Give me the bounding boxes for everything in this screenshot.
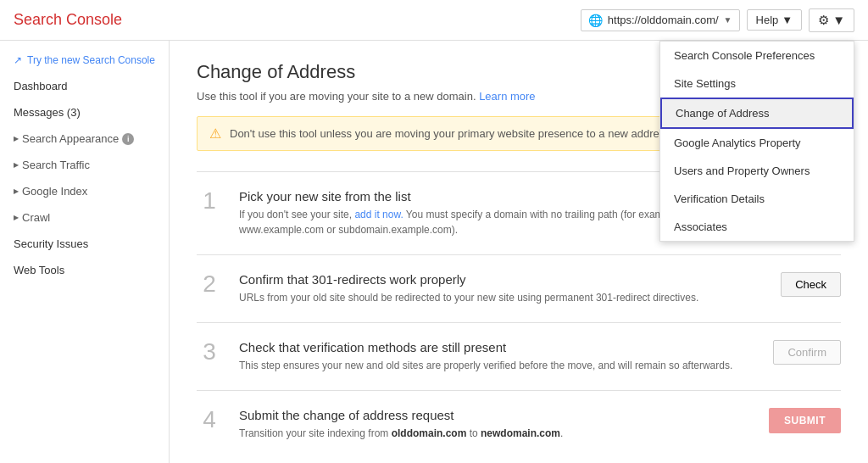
gear-dropdown: Search Console Preferences Site Settings… — [659, 41, 854, 242]
step-2-number: 2 — [197, 272, 222, 296]
arrow-icon: ▶ — [14, 187, 19, 195]
learn-more-link[interactable]: Learn more — [479, 90, 535, 103]
step-4-desc: Transition your site indexing from olddo… — [239, 426, 752, 441]
dropdown-item-users[interactable]: Users and Property Owners — [660, 157, 854, 185]
arrow-icon: ▶ — [14, 135, 19, 142]
url-text: https://olddomain.com/ — [608, 14, 719, 26]
info-icon: i — [122, 133, 134, 145]
sidebar-item-web-tools[interactable]: Web Tools — [0, 257, 169, 283]
sidebar-item-dashboard[interactable]: Dashboard — [0, 73, 169, 99]
warning-text: Don't use this tool unless you are movin… — [230, 127, 673, 140]
messages-label: Messages (3) — [14, 106, 81, 119]
url-caret-icon: ▼ — [724, 15, 732, 25]
sidebar-item-security-issues[interactable]: Security Issues — [0, 231, 169, 257]
crawl-label: Crawl — [22, 211, 50, 224]
step-1-title: Pick your new site from the list — [239, 189, 689, 204]
search-appearance-label: Search Appearance — [22, 132, 119, 145]
step-3-content: Check that verification methods are stil… — [239, 340, 756, 373]
new-domain-text: newdomain.com — [481, 427, 560, 439]
confirm-button[interactable]: Confirm — [773, 340, 841, 365]
step-3: 3 Check that verification methods are st… — [197, 322, 841, 390]
step-3-action: Confirm — [773, 340, 841, 365]
url-selector[interactable]: 🌐 https://olddomain.com/ ▼ — [581, 9, 740, 31]
gear-icon: ⚙ — [818, 13, 829, 28]
step-4: 4 Submit the change of address request T… — [197, 390, 841, 458]
old-domain-text: olddomain.com — [392, 427, 467, 439]
warning-icon: ⚠ — [209, 126, 221, 142]
description-text: Use this tool if you are moving your sit… — [197, 90, 476, 103]
app-title: Search Console — [14, 11, 122, 29]
sidebar: ↗ Try the new Search Console Dashboard M… — [0, 41, 170, 463]
google-index-label: Google Index — [22, 185, 87, 198]
step-2: 2 Confirm that 301-redirects work proper… — [197, 254, 841, 322]
search-traffic-label: Search Traffic — [22, 159, 90, 171]
gear-caret-icon: ▼ — [832, 13, 845, 27]
submit-button[interactable]: SUBMIT — [769, 408, 841, 433]
dashboard-label: Dashboard — [14, 80, 68, 92]
dropdown-item-associates[interactable]: Associates — [660, 213, 854, 241]
step-4-content: Submit the change of address request Tra… — [239, 408, 752, 441]
sidebar-item-try-new[interactable]: ↗ Try the new Search Console — [0, 47, 169, 73]
step-3-number: 3 — [197, 340, 222, 364]
step-1-number: 1 — [197, 189, 222, 213]
step-4-title: Submit the change of address request — [239, 408, 752, 422]
help-label: Help — [756, 14, 779, 26]
step-3-title: Check that verification methods are stil… — [239, 340, 756, 354]
external-link-icon: ↗ — [14, 54, 22, 66]
top-bar-actions: 🌐 https://olddomain.com/ ▼ Help ▼ ⚙ ▼ — [581, 8, 854, 32]
sidebar-item-search-traffic[interactable]: ▶ Search Traffic — [0, 152, 169, 178]
globe-icon: 🌐 — [588, 14, 603, 27]
step-1-desc: If you don't see your site, add it now. … — [239, 207, 689, 237]
help-button[interactable]: Help ▼ — [747, 9, 803, 31]
dropdown-item-preferences[interactable]: Search Console Preferences — [660, 42, 854, 70]
arrow-icon: ▶ — [14, 161, 19, 169]
step-4-number: 4 — [197, 408, 222, 432]
step-2-content: Confirm that 301-redirects work properly… — [239, 272, 764, 305]
sidebar-item-messages[interactable]: Messages (3) — [0, 99, 169, 126]
help-caret-icon: ▼ — [782, 14, 793, 26]
try-new-label: Try the new Search Console — [27, 54, 155, 66]
step-2-desc: URLs from your old site should be redire… — [239, 290, 764, 305]
dropdown-item-site-settings[interactable]: Site Settings — [660, 70, 854, 98]
step-1-content: Pick your new site from the list If you … — [239, 189, 689, 237]
step-2-action: Check — [781, 272, 841, 297]
step-2-title: Confirm that 301-redirects work properly — [239, 272, 764, 287]
step-4-action: SUBMIT — [769, 408, 841, 433]
sidebar-item-crawl[interactable]: ▶ Crawl — [0, 204, 169, 231]
sidebar-item-search-appearance[interactable]: ▶ Search Appearance i — [0, 126, 169, 152]
dropdown-item-analytics[interactable]: Google Analytics Property — [660, 129, 854, 157]
top-bar: Search Console 🌐 https://olddomain.com/ … — [0, 0, 868, 41]
security-issues-label: Security Issues — [14, 237, 88, 250]
sidebar-item-google-index[interactable]: ▶ Google Index — [0, 178, 169, 204]
web-tools-label: Web Tools — [14, 264, 64, 276]
add-it-now-link[interactable]: add it now. — [354, 209, 403, 220]
check-button[interactable]: Check — [781, 272, 841, 297]
dropdown-item-verification[interactable]: Verification Details — [660, 185, 854, 213]
gear-button[interactable]: ⚙ ▼ — [809, 8, 854, 32]
arrow-icon: ▶ — [14, 214, 19, 221]
dropdown-item-change-address[interactable]: Change of Address — [660, 98, 854, 129]
step-3-desc: This step ensures your new and old sites… — [239, 358, 756, 373]
